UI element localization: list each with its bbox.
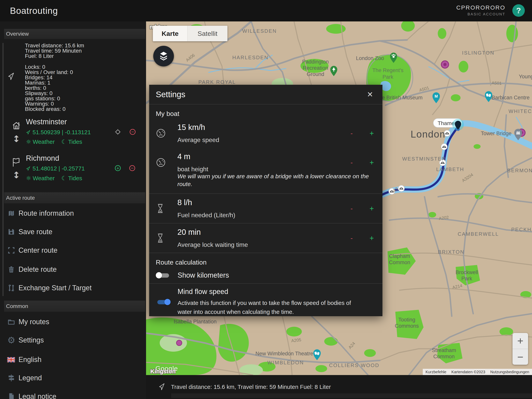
save-icon — [7, 228, 15, 236]
height-increase-button[interactable]: + — [370, 158, 374, 167]
moon-icon: ☾ — [61, 138, 67, 145]
attribution-shortcuts-link[interactable]: Kurzbefehle — [425, 370, 446, 374]
legend-label: Legend — [19, 374, 42, 382]
gauge-icon — [156, 157, 177, 167]
mind-flow-speed-description: Activate this function if you want to ta… — [177, 298, 353, 316]
lock-waiting-value: 20 min — [177, 228, 350, 237]
help-button[interactable]: ? — [512, 4, 525, 17]
horizontal-scrollbar[interactable] — [171, 393, 532, 398]
map-label: The British Museum — [376, 95, 423, 101]
sidebar-item-delete-route[interactable]: Delete route — [0, 262, 146, 277]
sidebar-item-route-information[interactable]: Route information — [0, 206, 146, 221]
exchange-start-target-label: Exchange Start / Target — [19, 284, 92, 292]
remove-end-button[interactable]: − — [129, 165, 135, 171]
map-label: WIMBLEDON — [267, 360, 304, 366]
sidebar-item-legal-notice[interactable]: Legal notice — [0, 389, 146, 399]
map-label: Paddington — [302, 59, 329, 65]
zoom-in-button[interactable]: + — [513, 333, 528, 349]
map-label: Recreation — [303, 65, 328, 71]
map-label: Common — [389, 259, 410, 265]
map-label: WHITECHAPEL — [509, 108, 532, 114]
sidebar-item-legend[interactable]: Legend — [0, 371, 146, 385]
navigation-arrow-icon — [8, 72, 14, 80]
show-kilometers-row: Show kilometers — [149, 267, 382, 283]
common-header-label: Common — [6, 303, 28, 309]
close-icon[interactable]: ✕ — [367, 90, 373, 99]
fuel-increase-button[interactable]: + — [370, 204, 374, 213]
active-route-section-header: Active route — [4, 192, 145, 203]
map-icon — [7, 209, 15, 217]
reorder-updown-icon[interactable]: ↕ — [12, 134, 21, 144]
trash-icon — [7, 265, 15, 274]
map-label: A501 — [492, 80, 502, 86]
lock-time-decrease-button[interactable]: - — [350, 234, 353, 242]
sidebar-item-save-route[interactable]: Save route — [0, 225, 146, 239]
overview-section-header: Overview — [4, 29, 145, 39]
map-type-karte-button[interactable]: Karte — [153, 26, 188, 41]
start-coordinates[interactable]: 51.509239 | -0.113121 — [26, 129, 91, 135]
map-label: Isabella Plantation — [174, 319, 217, 325]
start-point-name: Westminster — [26, 118, 67, 126]
fuel-row: 8 l/h Fuel needed (Liter/h) - + — [149, 194, 382, 223]
layers-button[interactable] — [153, 46, 174, 66]
remove-start-button[interactable]: − — [130, 129, 136, 135]
my-routes-label: My routes — [19, 318, 49, 326]
fuel-decrease-button[interactable]: - — [350, 205, 353, 212]
route-summary-bar: Travel distance: 15.6 km, Travel time: 5… — [171, 384, 331, 390]
stat-gas-stations: gas stations: 0 — [25, 96, 73, 101]
navigation-arrow-icon — [159, 383, 165, 391]
map-label: WESTMINSTER — [402, 156, 446, 162]
weather-link[interactable]: ☼Weather — [26, 138, 55, 145]
show-kilometers-toggle[interactable] — [156, 272, 171, 279]
mind-flow-speed-label: Mind flow speed — [177, 288, 353, 296]
signpost-icon — [7, 374, 15, 382]
center-crop-icon — [7, 246, 15, 254]
map-type-switcher: Karte Satellit — [153, 26, 228, 41]
speed-decrease-button[interactable]: - — [350, 129, 353, 137]
reorder-updown-icon[interactable]: ↕ — [12, 170, 21, 180]
attribution-terms-link[interactable]: Nutzungsbedingungen — [490, 370, 529, 374]
stat-locks: Locks: 0 — [25, 64, 73, 70]
add-waypoint-button[interactable]: + — [115, 165, 121, 171]
map-type-satellit-button[interactable]: Satellit — [188, 26, 228, 41]
stat-bridges: Bridges: 14 — [25, 75, 73, 80]
tides-link[interactable]: ☾Tides — [61, 175, 82, 182]
locate-crosshair-icon[interactable] — [115, 129, 121, 135]
end-coordinates[interactable]: 51.48012 | -0.25771 — [26, 165, 85, 172]
average-speed-row: 15 km/h Average speed - + — [149, 119, 382, 148]
sidebar-item-my-routes[interactable]: My routes — [0, 315, 146, 329]
top-bar: Boatrouting CPRORORORO BASIC ACCOUNT ? — [0, 0, 532, 21]
sidebar-item-center-route[interactable]: Center route — [0, 243, 146, 258]
speed-increase-button[interactable]: + — [370, 129, 374, 138]
sidebar-item-exchange-start-target[interactable]: Exchange Start / Target — [0, 281, 146, 295]
map-label: Barbican Centre — [492, 95, 529, 101]
tides-link[interactable]: ☾Tides — [61, 138, 82, 145]
sidebar-item-settings[interactable]: ⚙ Settings — [0, 333, 146, 348]
stat-berths: berths: 0 — [25, 85, 73, 90]
settings-modal-header: Settings ✕ — [149, 85, 382, 104]
mind-flow-speed-toggle[interactable] — [156, 299, 171, 305]
hourglass-icon — [156, 233, 177, 243]
stat-slipways: Slipways: 0 — [25, 90, 73, 96]
delete-route-label: Delete route — [19, 265, 57, 274]
average-speed-label: Average speed — [177, 136, 350, 144]
travel-time: Travel time: 59 Minuten — [25, 48, 84, 53]
sidebar-scrollbar[interactable] — [3, 43, 4, 296]
route-information-label: Route information — [19, 209, 74, 217]
stat-marinas: Marinas: 1 — [25, 80, 73, 85]
map-label: ISLINGTON — [462, 50, 495, 56]
sun-icon: ☼ — [26, 175, 31, 182]
map-label: CAMBERWELL — [458, 231, 499, 237]
map-label: Brockwell — [456, 270, 478, 275]
my-boat-section-title: My boat — [156, 110, 382, 117]
route-summary: Travel distance: 15.6 km Travel time: 59… — [25, 43, 84, 59]
zoom-out-button[interactable]: − — [513, 349, 528, 365]
lock-time-increase-button[interactable]: + — [370, 234, 374, 242]
travel-distance: Travel distance: 15.6 km — [25, 43, 84, 48]
map-label: The Regent's — [372, 67, 404, 73]
account-info[interactable]: CPRORORORO BASIC ACCOUNT — [456, 4, 505, 16]
weather-link[interactable]: ☼Weather — [26, 175, 55, 182]
sidebar-item-language[interactable]: English — [0, 352, 146, 367]
lock-waiting-label: Average lock waiting time — [177, 241, 350, 248]
height-decrease-button[interactable]: - — [350, 159, 353, 166]
